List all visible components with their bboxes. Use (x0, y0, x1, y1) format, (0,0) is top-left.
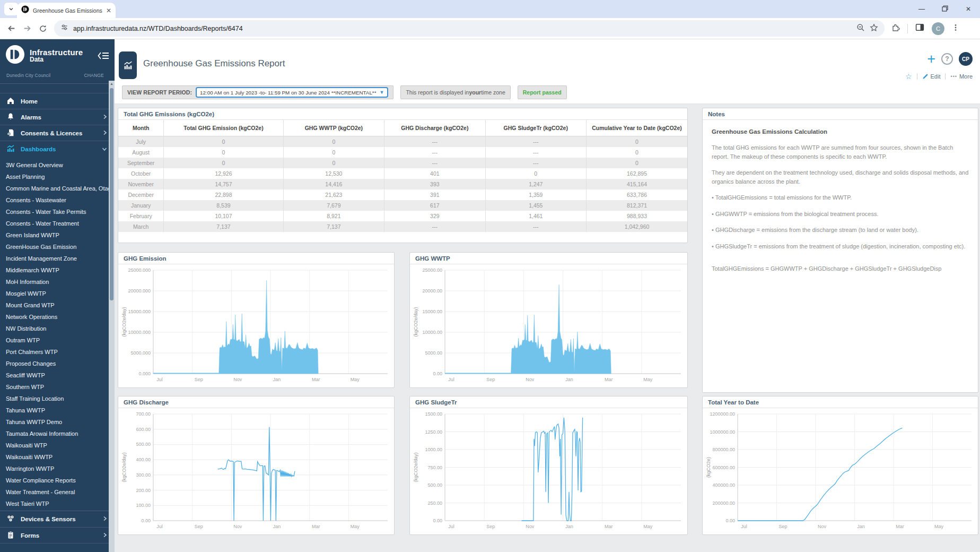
sidebar-collapse-icon[interactable] (98, 51, 109, 60)
browser-profile-avatar[interactable]: C (932, 22, 944, 35)
sidebar-item-seacliff-wwtp[interactable]: Seacliff WWTP (0, 369, 115, 381)
svg-text:Jul: Jul (448, 377, 454, 382)
toolbar-right-icons: C (891, 22, 965, 35)
sidebar-item-outram-wtp[interactable]: Outram WTP (0, 334, 115, 346)
svg-text:600.00: 600.00 (136, 427, 151, 432)
tab-search-chevron-icon[interactable] (4, 3, 18, 15)
user-avatar[interactable]: CP (959, 52, 973, 66)
forward-icon[interactable] (19, 24, 35, 33)
chevron-right-icon (103, 114, 107, 120)
sidebar-item-tahuna-wwtp-demo[interactable]: Tahuna WWTP Demo (0, 416, 115, 428)
column-header: Cumulative Year to Date (kgCO2e) (587, 120, 687, 136)
column-header: Total GHG Emission (kgCO2e) (164, 120, 283, 136)
bookmark-star-icon[interactable] (870, 23, 878, 34)
sidebar-item-west-taieri-wtp[interactable]: West Taieri WTP (0, 498, 115, 510)
sidebar-item-consents-water-take-permits[interactable]: Consents - Water Take Permits (0, 206, 115, 218)
sidebar-item-incident-management-zone[interactable]: Incident Management Zone (0, 253, 115, 264)
value-cell: --- (485, 136, 586, 148)
notes-bullet: • GHGDischarge = emissions from the disc… (712, 226, 969, 235)
close-icon[interactable]: ✕ (957, 5, 980, 13)
sidebar-item-mosgiel-wwtp[interactable]: Mosgiel WWTP (0, 288, 115, 299)
ghg-discharge-plot: 0.00100.00200.00300.00400.00500.00600.00… (119, 410, 393, 533)
window-controls: — ✕ (910, 0, 980, 18)
sidebar-item-moh-information[interactable]: MoH Information (0, 276, 115, 288)
sidebar-item-consents-licences[interactable]: Consents & Licences (0, 125, 115, 141)
minimize-icon[interactable]: — (910, 5, 933, 13)
browser-tab[interactable]: Greenhouse Gas Emissions Rep ✕ (17, 3, 116, 18)
sidebar-item-greenhouse-gas-emission[interactable]: GreenHouse Gas Emission (0, 241, 115, 253)
extensions-icon[interactable] (891, 23, 900, 34)
sidebar-item-middlemarch-wwtp[interactable]: Middlemarch WWTP (0, 264, 115, 276)
sidebar-item-forms[interactable]: Forms (0, 527, 115, 543)
menu-kebab-icon[interactable] (952, 23, 959, 34)
chevron-right-icon (103, 130, 107, 136)
svg-text:25000.000: 25000.000 (128, 268, 151, 273)
sidebar-item-waikouaiti-wwtp[interactable]: Waikouaiti WWTP (0, 451, 115, 463)
sidebar-item-warrington-wwtp[interactable]: Warrington WWTP (0, 463, 115, 475)
sidebar-item-tahuna-wwtp[interactable]: Tahuna WWTP (0, 404, 115, 416)
sidebar-item-dashboards[interactable]: Dashboards (0, 141, 115, 157)
sidebar-item-waikouaiti-wtp[interactable]: Waikouaiti WTP (0, 439, 115, 451)
sidebar-item-proposed-changes[interactable]: Proposed Changes (0, 358, 115, 369)
month-cell: October (118, 168, 164, 179)
sidebar-item-home[interactable]: Home (0, 93, 115, 109)
sidebar-item-southern-wtp[interactable]: Southern WTP (0, 381, 115, 393)
report-period-label: VIEW REPORT PERIOD: (127, 89, 192, 96)
reload-icon[interactable] (35, 24, 51, 33)
restore-icon[interactable] (933, 5, 957, 13)
sidebar-item-consents-wastewater[interactable]: Consents - Wastewater (0, 194, 115, 206)
zoom-out-icon[interactable] (856, 23, 865, 34)
table-row: September00------0 (118, 158, 687, 168)
svg-text:750.00: 750.00 (427, 465, 442, 470)
value-cell: 1,359 (485, 189, 586, 200)
add-button[interactable]: + (927, 53, 935, 65)
value-cell: 329 (384, 211, 485, 221)
chart-title: GHG Discharge (118, 396, 394, 408)
svg-text:0.00: 0.00 (433, 518, 442, 523)
sidebar-item-water-treatment-general[interactable]: Water Treatment - General (0, 486, 115, 498)
sidebar-item-common-marine-and-coastal-area-otag[interactable]: Common Marine and Coastal Area, Otag… (0, 183, 115, 194)
value-cell: 7,137 (283, 221, 384, 232)
chart-title: GHG SludgeTr (410, 396, 687, 408)
url-text[interactable]: app.infrastructuredata.nz/WTD/Dashboards… (73, 25, 852, 32)
sidebar-item-nw-distribution[interactable]: NW Distribution (0, 323, 115, 334)
svg-text:1500.00: 1500.00 (425, 411, 442, 417)
sidebar-item-green-island-wwtp[interactable]: Green Island WWTP (0, 229, 115, 241)
sidebar-item-port-chalmers-wtp[interactable]: Port Chalmers WTP (0, 346, 115, 358)
edit-button[interactable]: Edit (922, 73, 941, 80)
value-cell: --- (485, 147, 586, 158)
address-bar[interactable]: app.infrastructuredata.nz/WTD/Dashboards… (54, 20, 885, 37)
sidebar-item-asset-planning[interactable]: Asset Planning (0, 171, 115, 183)
sidebar-scrollbar[interactable]: ▲ (109, 81, 115, 552)
favourite-star-icon[interactable]: ☆ (905, 72, 912, 81)
change-org-link[interactable]: CHANGE (84, 73, 104, 78)
svg-text:Sep: Sep (486, 377, 495, 382)
sidebar-item-consents-water-treatment[interactable]: Consents - Water Treatment (0, 218, 115, 229)
back-icon[interactable] (3, 24, 19, 33)
total-ghg-emissions-table-panel: Total GHG Emissions (kgCO2e) MonthTotal … (118, 108, 688, 243)
report-period-select[interactable]: 12:00 AM on 1 July 2023 -to- 11:59 PM on… (196, 87, 388, 98)
sidebar-item-staff-training-location[interactable]: Staff Training Location (0, 393, 115, 404)
sidebar-item-partial[interactable] (0, 543, 115, 552)
svg-text:(kgCO2e/day): (kgCO2e/day) (413, 307, 418, 337)
sidebar-item-mount-grand-wtp[interactable]: Mount Grand WTP (0, 299, 115, 311)
tab-close-icon[interactable]: ✕ (106, 7, 111, 14)
more-button[interactable]: ••• More (950, 73, 973, 80)
notes-paragraph: They are dependent on the treatment tech… (712, 168, 969, 186)
side-panel-icon[interactable] (915, 23, 924, 34)
sidebar-item-3w-general-overview[interactable]: 3W General Overview (0, 159, 115, 171)
sidebar-item-alarms[interactable]: Alarms (0, 109, 115, 125)
value-cell: 8,539 (164, 200, 283, 211)
sidebar-item-devices-sensors[interactable]: Devices & Sensors (0, 511, 115, 527)
sidebar-item-network-operations[interactable]: Network Operations (0, 311, 115, 323)
value-cell: 0 (283, 136, 384, 148)
svg-text:Sep: Sep (195, 524, 203, 529)
site-settings-icon[interactable] (60, 23, 68, 33)
sidebar-item-water-compliance-reports[interactable]: Water Compliance Reports (0, 475, 115, 486)
help-button[interactable]: ? (941, 53, 953, 65)
scrollbar-thumb[interactable] (110, 88, 113, 300)
table-row: January8,5397,6796171,455812,371 (118, 200, 687, 211)
dashboards-submenu: 3W General OverviewAsset PlanningCommon … (0, 157, 115, 511)
sidebar-item-taumata-arowai-information[interactable]: Taumata Arowai Information (0, 428, 115, 439)
value-cell: --- (384, 221, 485, 232)
